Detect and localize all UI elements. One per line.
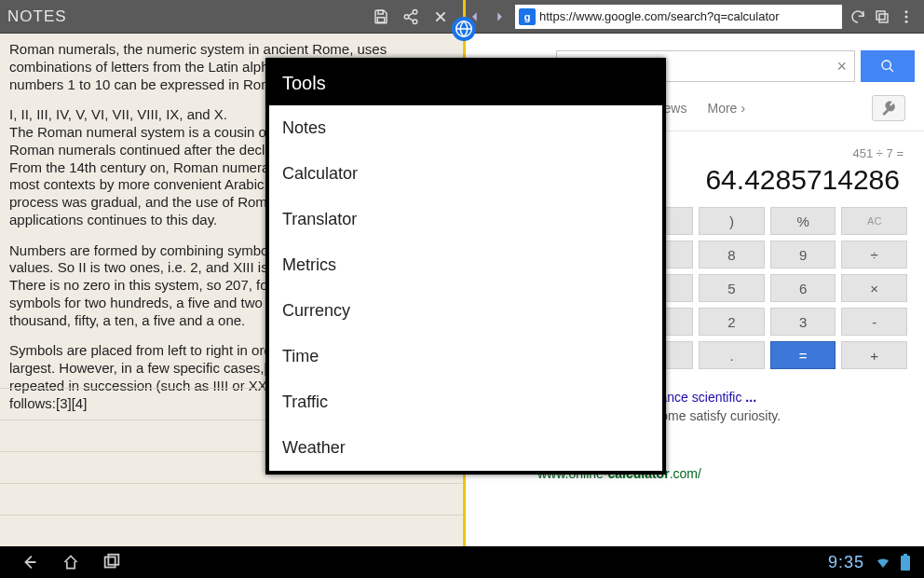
dialog-title: Tools bbox=[269, 62, 662, 105]
tools-item-traffic[interactable]: Traffic bbox=[269, 379, 662, 425]
tools-item-currency[interactable]: Currency bbox=[269, 288, 662, 334]
tools-item-calculator[interactable]: Calculator bbox=[269, 151, 662, 197]
tools-item-time[interactable]: Time bbox=[269, 334, 662, 379]
tools-item-weather[interactable]: Weather bbox=[269, 425, 662, 471]
tools-item-notes[interactable]: Notes bbox=[269, 105, 662, 151]
tools-item-metrics[interactable]: Metrics bbox=[269, 242, 662, 288]
tools-dialog: Tools NotesCalculatorTranslatorMetricsCu… bbox=[265, 58, 666, 475]
tools-item-translator[interactable]: Translator bbox=[269, 197, 662, 242]
